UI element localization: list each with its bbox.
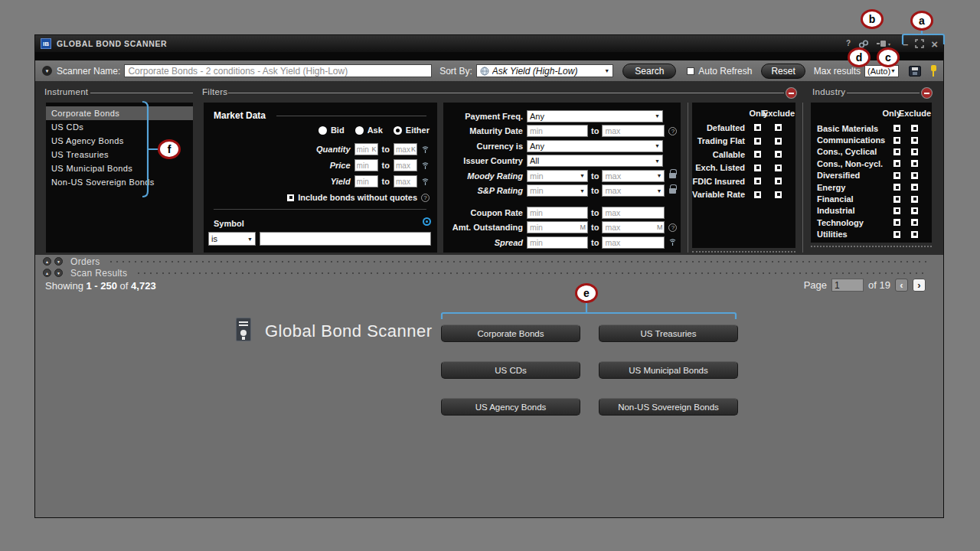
only-checkbox[interactable] [754,165,761,171]
panel-splitter[interactable] [802,103,803,253]
only-checkbox[interactable] [893,196,900,203]
include-quotes-checkbox[interactable] [287,194,294,201]
exclude-checkbox[interactable] [911,219,918,226]
maturity-max-input[interactable] [602,125,665,137]
instrument-item-non-us-sovereign-bonds[interactable]: Non-US Sovereign Bonds [46,175,193,189]
exclude-checkbox[interactable] [775,165,782,171]
launch-us-treasuries-button[interactable]: US Treasuries [599,324,738,342]
exclude-checkbox[interactable] [775,151,782,158]
reset-button[interactable]: Reset [761,64,805,79]
only-checkbox[interactable] [754,151,761,158]
ask-radio[interactable] [355,126,364,135]
exclude-checkbox[interactable] [911,125,918,132]
sort-by-select[interactable]: Ask Yield (High-Low) ▼ [476,64,613,77]
exclude-checkbox[interactable] [911,184,918,191]
instrument-item-us-cds[interactable]: US CDs [46,120,193,134]
spread-min-input[interactable] [527,236,588,249]
exclude-checkbox[interactable] [775,178,782,184]
coupon-min-input[interactable] [527,207,588,219]
moody-max-select[interactable]: max▼ [602,170,665,182]
price-max-input[interactable] [394,159,417,171]
help-icon[interactable]: ? [668,127,677,135]
minimize-button[interactable]: – [903,38,908,50]
symbol-operator-select[interactable]: is ▼ [208,232,256,246]
collapse-down-icon[interactable]: ▼ [54,257,63,266]
yield-min-input[interactable] [354,175,378,187]
sp-max-select[interactable]: max▼ [602,184,665,197]
only-checkbox[interactable] [893,125,900,132]
collapse-scanner-button[interactable]: ▼ [42,66,52,76]
currency-select[interactable]: Any▼ [527,140,663,152]
collapse-down-icon[interactable]: ▼ [54,269,63,277]
help-icon[interactable]: ? [668,223,677,232]
only-checkbox[interactable] [893,207,900,214]
instrument-item-us-municipal-bonds[interactable]: US Municipal Bonds [46,161,193,175]
instrument-panel: Corporate Bonds US CDs US Agency Bonds U… [46,103,193,253]
exclude-checkbox[interactable] [911,231,918,238]
only-checkbox[interactable] [754,178,761,184]
save-icon[interactable] [909,66,921,77]
expand-up-icon[interactable]: ▲ [43,269,51,277]
only-checkbox[interactable] [893,184,900,191]
only-checkbox[interactable] [893,219,900,226]
symbol-input[interactable] [260,232,431,246]
only-checkbox[interactable] [754,191,761,198]
launch-us-municipal-bonds-button[interactable]: US Municipal Bonds [599,361,738,379]
only-checkbox[interactable] [754,124,761,131]
help-icon[interactable]: ? [421,194,430,202]
remove-industry-icon[interactable] [922,88,932,98]
coupon-max-input[interactable] [602,207,665,219]
payment-freq-select[interactable]: Any▼ [527,110,663,122]
spread-max-input[interactable] [602,236,665,249]
exclude-checkbox[interactable] [911,160,918,167]
search-button[interactable]: Search [622,64,676,79]
issuer-country-select[interactable]: All▼ [527,155,663,167]
maximize-button[interactable] [915,39,924,48]
panel-grip[interactable] [692,251,795,253]
max-results-select[interactable]: (Auto) ▼ [864,65,899,77]
launch-us-cds-button[interactable]: US CDs [441,361,580,379]
instrument-item-corporate-bonds[interactable]: Corporate Bonds [46,106,193,120]
pin-icon[interactable]: ▾ [877,41,890,47]
exclude-checkbox[interactable] [775,124,782,131]
sp-min-select[interactable]: min▼ [527,184,588,197]
bid-radio[interactable] [318,126,327,135]
launch-us-agency-bonds-button[interactable]: US Agency Bonds [441,398,580,416]
yield-max-input[interactable] [394,175,417,187]
exclude-checkbox[interactable] [775,138,782,145]
launch-non-us-sovereign-bonds-button[interactable]: Non-US Sovereign Bonds [599,398,738,416]
help-icon[interactable]: ? [846,40,851,47]
only-checkbox[interactable] [893,231,900,238]
auto-refresh-checkbox[interactable] [687,67,694,75]
exclude-checkbox[interactable] [911,137,918,144]
amt-max-input[interactable] [602,221,665,233]
only-checkbox[interactable] [893,137,900,144]
moody-min-select[interactable]: min▼ [527,170,588,182]
yellow-pin-icon[interactable] [930,65,936,77]
prev-page-button[interactable]: ‹ [895,279,908,292]
exclude-checkbox[interactable] [911,196,918,203]
exclude-checkbox[interactable] [775,191,782,198]
only-checkbox[interactable] [754,138,761,145]
remove-filters-icon[interactable] [786,88,796,98]
close-button[interactable]: × [931,37,938,51]
launch-corporate-bonds-button[interactable]: Corporate Bonds [441,324,580,342]
exclude-checkbox[interactable] [911,148,918,155]
only-checkbox[interactable] [893,172,900,179]
price-min-input[interactable] [354,159,378,171]
either-radio[interactable] [394,126,402,135]
only-checkbox[interactable] [893,148,900,155]
amt-min-input[interactable] [527,221,588,233]
maturity-min-input[interactable] [527,125,588,137]
only-checkbox[interactable] [893,160,900,167]
target-icon[interactable] [423,217,431,226]
panel-splitter[interactable] [688,103,688,253]
link-icon[interactable] [858,40,869,48]
page-input[interactable] [831,279,864,292]
exclude-checkbox[interactable] [911,172,918,179]
panel-grip[interactable] [811,246,932,247]
expand-up-icon[interactable]: ▲ [43,257,51,266]
exclude-checkbox[interactable] [911,207,918,214]
next-page-button[interactable]: › [913,279,926,292]
scanner-name-input[interactable] [124,64,432,77]
